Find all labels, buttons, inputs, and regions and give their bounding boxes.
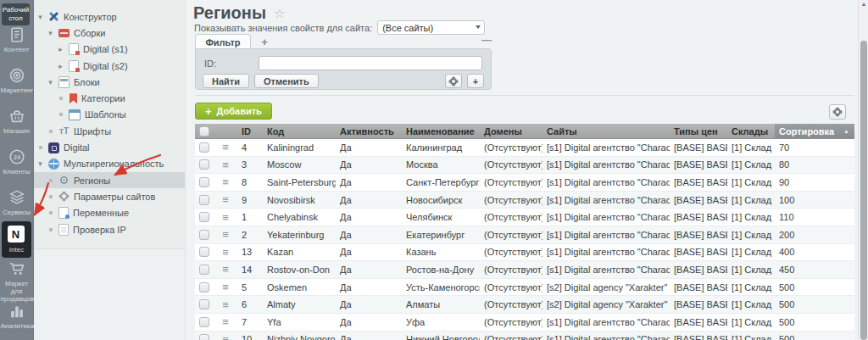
chevron-down-icon[interactable]: ▾ xyxy=(36,13,44,21)
table-row[interactable]: ≡ 5 Oskemen Да Усть-Каменогорск (Отсутст… xyxy=(195,279,854,297)
tree-item-regions[interactable]: Регионы xyxy=(33,172,185,188)
filter-tab[interactable]: Фильтр xyxy=(195,34,251,49)
filter-settings-button[interactable] xyxy=(445,74,462,88)
tree-item-site-params[interactable]: Параметры сайтов xyxy=(33,188,185,204)
table-row[interactable]: ≡ 13 Kazan Да Казань (Отсутствуют) [s1] … xyxy=(195,244,854,262)
row-checkbox[interactable] xyxy=(199,195,209,205)
find-button[interactable]: Найти xyxy=(203,74,249,88)
row-checkbox[interactable] xyxy=(199,177,209,187)
row-menu-icon[interactable]: ≡ xyxy=(222,159,229,170)
rail-item-market[interactable]: Маркет для продавцов xyxy=(0,259,33,304)
tree-item-multiregionality[interactable]: ▾Мультирегиональность xyxy=(33,156,185,172)
column-header-code[interactable]: Код xyxy=(263,124,336,138)
table-row[interactable]: ≡ 10 Nizhniy Novgorod Да Нижний Новгород… xyxy=(195,332,854,340)
tree-item-blocks[interactable]: ▾Блоки xyxy=(33,74,185,90)
column-header-id[interactable]: ID xyxy=(237,124,263,138)
row-menu-icon[interactable]: ≡ xyxy=(222,281,229,293)
row-checkbox[interactable] xyxy=(199,247,209,257)
table-row[interactable]: ≡ 4 Kaliningrad Да Калининград (Отсутств… xyxy=(195,139,854,157)
scrollbar-thumb[interactable] xyxy=(860,41,867,340)
chevron-down-icon[interactable]: ▾ xyxy=(47,78,54,86)
row-menu-icon[interactable]: ≡ xyxy=(222,212,229,223)
chevron-down-icon[interactable]: ▾ xyxy=(47,29,54,37)
row-checkbox[interactable] xyxy=(199,317,209,327)
table-row[interactable]: ≡ 1 Chelyabinsk Да Челябинск (Отсутствую… xyxy=(195,209,854,226)
column-header-domains[interactable]: Домены xyxy=(480,124,542,138)
table-row[interactable]: ≡ 3 Moscow Да Москва (Отсутствуют) [s1] … xyxy=(195,157,854,175)
row-checkbox[interactable] xyxy=(199,334,209,340)
row-menu-icon[interactable]: ≡ xyxy=(222,299,229,310)
vertical-scrollbar[interactable]: ▲ xyxy=(858,0,868,340)
table-row[interactable]: ≡ 7 Yfa Да Уфа (Отсутствуют) [s1] Digita… xyxy=(195,314,854,332)
row-checkbox[interactable] xyxy=(199,159,209,170)
row-menu-icon[interactable]: ≡ xyxy=(222,247,229,258)
row-menu-icon[interactable]: ≡ xyxy=(222,194,229,205)
bullet-icon[interactable] xyxy=(49,130,53,133)
rail-item-content[interactable]: Контент xyxy=(0,25,33,53)
row-checkbox[interactable] xyxy=(199,299,209,309)
bullet-icon[interactable] xyxy=(59,113,63,116)
rail-item-intec[interactable]: NIntec xyxy=(2,221,31,258)
rail-item-services[interactable]: Сервисы xyxy=(0,188,33,216)
column-header-active[interactable]: Активность xyxy=(336,124,402,138)
row-menu-icon[interactable]: ≡ xyxy=(222,264,229,275)
table-row[interactable]: ≡ 2 Yekaterinburg Да Екатеринбург (Отсут… xyxy=(195,226,854,244)
bullet-icon[interactable] xyxy=(49,228,53,231)
rail-item-store[interactable]: Магазин xyxy=(0,107,33,135)
row-menu-icon[interactable]: ≡ xyxy=(222,316,229,327)
tree-item-variables[interactable]: Переменные xyxy=(33,205,185,221)
bullet-icon[interactable] xyxy=(39,146,42,149)
row-menu-icon[interactable]: ≡ xyxy=(222,142,229,153)
rail-item-marketing[interactable]: Маркетинг xyxy=(0,66,33,94)
tree-item-digital-s1[interactable]: ▸Digital (s1) xyxy=(33,42,185,58)
bullet-icon[interactable] xyxy=(49,179,53,182)
select-all-checkbox[interactable] xyxy=(199,126,209,137)
tree-item-constructor[interactable]: ▾Конструктор xyxy=(33,8,185,25)
row-checkbox[interactable] xyxy=(199,230,209,240)
column-header-stores[interactable]: Склады xyxy=(727,124,775,138)
bullet-icon[interactable] xyxy=(59,97,63,100)
table-row[interactable]: ≡ 8 Saint-Petersburg Да Санкт-Петербург … xyxy=(195,174,854,192)
gear-icon xyxy=(834,109,841,115)
row-checkbox[interactable] xyxy=(199,265,209,275)
table-row[interactable]: ≡ 6 Almaty Да Алматы (Отсутствуют) [s2] … xyxy=(195,296,854,314)
favorite-star-icon[interactable]: ☆ xyxy=(274,6,285,21)
row-checkbox[interactable] xyxy=(199,212,209,222)
bullet-icon[interactable] xyxy=(49,195,53,198)
tree-item-builds[interactable]: ▾Сборки xyxy=(33,25,185,41)
table-row[interactable]: ≡ 14 Rostov-on-Don Да Ростов-на-Дону (От… xyxy=(195,261,854,279)
filter-id-input[interactable] xyxy=(259,56,482,70)
chevron-right-icon[interactable]: ▸ xyxy=(57,62,64,70)
site-select[interactable]: (Все сайты) xyxy=(377,20,485,35)
row-menu-icon[interactable]: ≡ xyxy=(222,229,229,240)
row-menu-icon[interactable]: ≡ xyxy=(222,334,229,340)
filter-add-field-button[interactable]: + xyxy=(467,74,484,88)
column-header-price-types[interactable]: Типы цен xyxy=(670,124,727,138)
table-row[interactable]: ≡ 9 Novosibirsk Да Новосибирск (Отсутств… xyxy=(195,192,854,209)
tree-item-ip-check[interactable]: Проверка IP xyxy=(33,221,185,237)
cancel-button[interactable]: Отменить xyxy=(254,74,319,88)
grid-settings-button[interactable] xyxy=(829,104,846,120)
row-checkbox[interactable] xyxy=(199,142,209,153)
add-region-button[interactable]: + Добавить xyxy=(195,103,272,120)
chevron-down-icon[interactable]: ▾ xyxy=(36,159,44,168)
tree-item-categories[interactable]: Категории xyxy=(33,90,185,106)
desktop-button[interactable]: Рабочий стол xyxy=(2,3,30,25)
collapse-filter-button[interactable]: — xyxy=(481,34,492,46)
column-header-name[interactable]: Наименование xyxy=(402,124,480,138)
rail-item-clients[interactable]: 24Клиенты xyxy=(0,148,33,176)
row-menu-icon[interactable]: ≡ xyxy=(222,176,229,187)
tree-item-templates[interactable]: Шаблоны xyxy=(33,107,185,123)
bullet-icon[interactable] xyxy=(49,211,53,215)
chevron-right-icon[interactable]: ▸ xyxy=(57,45,64,53)
column-header-sort[interactable]: Сортировка ▲ xyxy=(775,124,854,138)
scroll-up-icon[interactable]: ▲ xyxy=(861,1,867,7)
rail-item-analytics[interactable]: Аналитика xyxy=(0,302,33,330)
tree-item-digital-s2[interactable]: ▸Digital (s2) xyxy=(33,58,185,74)
add-filter-tab-button[interactable]: + xyxy=(254,35,275,48)
tree-item-digital[interactable]: Digital xyxy=(33,139,185,155)
site-select-label: Показывать значения свойств для сайта: xyxy=(194,23,372,33)
row-checkbox[interactable] xyxy=(199,282,209,293)
column-header-sites[interactable]: Сайты xyxy=(542,124,670,138)
tree-item-fonts[interactable]: Шрифты xyxy=(33,123,185,139)
